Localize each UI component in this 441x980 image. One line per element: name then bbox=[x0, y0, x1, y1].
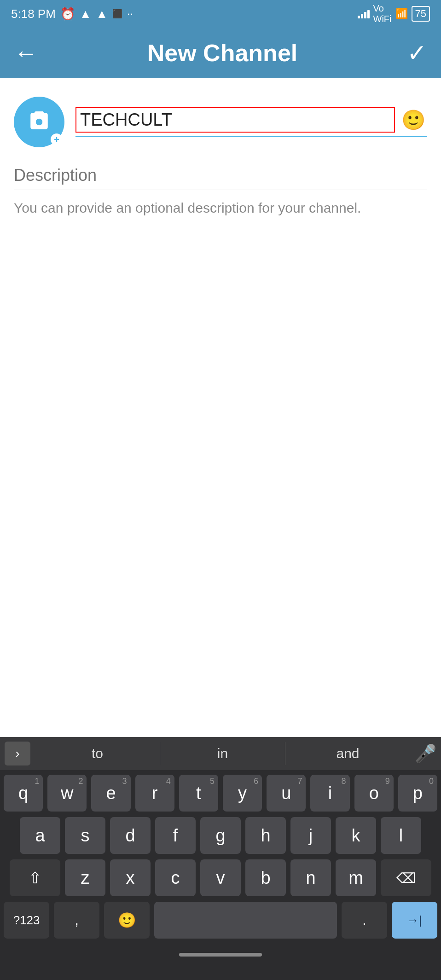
input-underline bbox=[75, 136, 427, 137]
signal-bars bbox=[358, 9, 370, 18]
key-v[interactable]: v bbox=[200, 859, 241, 896]
app-bar: ← New Channel ✓ bbox=[0, 28, 441, 78]
cloud-icon: ▲ bbox=[96, 7, 108, 21]
key-row-1: 1q 2w 3e 4r 5t 6y 7u 8i 9o 0p bbox=[4, 775, 437, 812]
key-q[interactable]: 1q bbox=[4, 775, 43, 812]
status-bar-left: 5:18 PM ⏰ ▲ ▲ ⬛ ·· bbox=[11, 7, 133, 21]
key-backspace[interactable]: ⌫ bbox=[381, 859, 431, 896]
key-u[interactable]: 7u bbox=[267, 775, 306, 812]
key-row-3: ⇧ z x c v b n m ⌫ bbox=[4, 859, 437, 896]
back-button[interactable]: ← bbox=[14, 39, 38, 67]
status-bar-right: VoWiFi 📶 75 bbox=[358, 3, 430, 24]
signal-bar-3 bbox=[364, 12, 366, 18]
key-w[interactable]: 2w bbox=[47, 775, 87, 812]
channel-name-wrapper: 🙂 bbox=[75, 107, 427, 137]
key-e[interactable]: 3e bbox=[91, 775, 130, 812]
key-i[interactable]: 8i bbox=[310, 775, 349, 812]
wifi-icon: 📶 bbox=[395, 8, 408, 20]
plus-badge: + bbox=[51, 133, 63, 145]
suggestion-in[interactable]: in bbox=[160, 742, 285, 765]
channel-name-row: + 🙂 bbox=[14, 97, 427, 147]
avatar-button[interactable]: + bbox=[14, 97, 64, 147]
vo-wifi-label: VoWiFi bbox=[373, 3, 392, 24]
mic-button[interactable]: 🎤 bbox=[415, 743, 436, 764]
key-period[interactable]: . bbox=[342, 902, 387, 939]
alarm-icon: ⏰ bbox=[60, 7, 75, 21]
key-row-4: ?123 , 🙂 . →| bbox=[4, 902, 437, 939]
description-input[interactable] bbox=[14, 161, 427, 190]
page-title: New Channel bbox=[147, 39, 298, 67]
key-space[interactable] bbox=[154, 902, 337, 939]
key-n[interactable]: n bbox=[290, 859, 331, 896]
camera-icon bbox=[28, 110, 51, 133]
key-rows: 1q 2w 3e 4r 5t 6y 7u 8i 9o 0p a s d f g … bbox=[0, 770, 441, 943]
emoji-button[interactable]: 🙂 bbox=[400, 107, 427, 133]
key-row-2: a s d f g h j k l bbox=[4, 817, 437, 854]
key-h[interactable]: h bbox=[245, 817, 286, 854]
signal-bar-1 bbox=[358, 16, 360, 18]
key-g[interactable]: g bbox=[200, 817, 241, 854]
key-o[interactable]: 9o bbox=[354, 775, 394, 812]
content-area: + 🙂 You can provide an optional descript… bbox=[0, 78, 441, 737]
key-shift[interactable]: ⇧ bbox=[10, 859, 60, 896]
bottom-bar bbox=[0, 943, 441, 966]
extra-icon: ⬛ bbox=[112, 9, 122, 19]
key-x[interactable]: x bbox=[110, 859, 151, 896]
key-s[interactable]: s bbox=[65, 817, 105, 854]
key-m[interactable]: m bbox=[336, 859, 376, 896]
suggestions-center: to in and bbox=[35, 742, 410, 765]
key-j[interactable]: j bbox=[290, 817, 331, 854]
key-z[interactable]: z bbox=[65, 859, 105, 896]
notification-icon: ▲ bbox=[80, 7, 92, 21]
key-p[interactable]: 0p bbox=[398, 775, 437, 812]
signal-bar-4 bbox=[367, 10, 370, 18]
home-indicator bbox=[179, 953, 262, 957]
battery-label: 75 bbox=[412, 6, 430, 22]
suggestion-to[interactable]: to bbox=[35, 742, 160, 765]
dots-icon: ·· bbox=[127, 8, 133, 20]
key-symbols[interactable]: ?123 bbox=[4, 902, 49, 939]
key-f[interactable]: f bbox=[155, 817, 196, 854]
key-a[interactable]: a bbox=[20, 817, 60, 854]
signal-bar-2 bbox=[361, 14, 363, 18]
key-y[interactable]: 6y bbox=[223, 775, 262, 812]
key-enter[interactable]: →| bbox=[392, 902, 437, 939]
key-r[interactable]: 4r bbox=[135, 775, 174, 812]
key-emoji[interactable]: 🙂 bbox=[104, 902, 150, 939]
key-l[interactable]: l bbox=[381, 817, 421, 854]
suggestion-arrow-button[interactable]: › bbox=[5, 742, 30, 765]
key-comma[interactable]: , bbox=[54, 902, 99, 939]
key-d[interactable]: d bbox=[110, 817, 151, 854]
suggestions-row: › to in and 🎤 bbox=[0, 737, 441, 770]
confirm-button[interactable]: ✓ bbox=[407, 39, 427, 67]
channel-name-input-row: 🙂 bbox=[75, 107, 427, 133]
key-c[interactable]: c bbox=[155, 859, 196, 896]
description-hint: You can provide an optional description … bbox=[14, 197, 427, 218]
key-t[interactable]: 5t bbox=[179, 775, 218, 812]
key-b[interactable]: b bbox=[245, 859, 286, 896]
time-label: 5:18 PM bbox=[11, 7, 56, 21]
description-section: You can provide an optional description … bbox=[14, 161, 427, 218]
status-bar: 5:18 PM ⏰ ▲ ▲ ⬛ ·· VoWiFi 📶 75 bbox=[0, 0, 441, 28]
keyboard: › to in and 🎤 1q 2w 3e 4r 5t 6y 7u 8i 9o… bbox=[0, 737, 441, 980]
key-k[interactable]: k bbox=[336, 817, 376, 854]
suggestion-and[interactable]: and bbox=[285, 742, 410, 765]
channel-name-input[interactable] bbox=[75, 107, 395, 133]
